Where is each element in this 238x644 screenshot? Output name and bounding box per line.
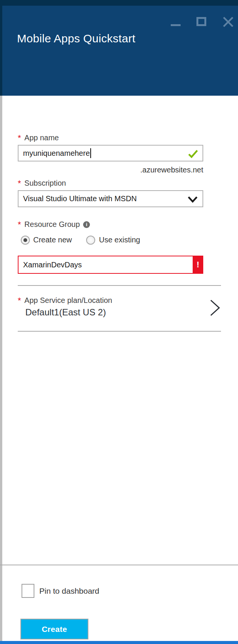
header-left-edge [0,6,2,96]
pin-to-dashboard-label[interactable]: Pin to dashboard [39,587,99,596]
minimize-icon [171,24,181,26]
subscription-label: *Subscription [18,178,66,188]
subscription-dropdown[interactable]: Visual Studio Ultimate with MSDN [18,190,203,207]
footer-divider [0,565,238,565]
body-left-edge [0,96,2,644]
blade-body [0,96,238,644]
resource-group-value: XamarinDevDays [23,261,82,269]
chevron-right-icon[interactable] [209,299,221,316]
subscription-selected-value: Visual Studio Ultimate with MSDN [23,194,137,203]
resource-group-input[interactable]: XamarinDevDays ! [18,256,203,274]
app-name-label: *App name [18,133,59,143]
required-asterisk: * [18,133,21,143]
pin-to-dashboard-checkbox[interactable] [22,584,34,598]
app-name-label-text: App name [25,133,59,142]
radio-create-new-label[interactable]: Create new [33,236,72,244]
bottom-accent-strip [0,641,238,644]
error-icon: ! [193,256,203,274]
required-asterisk: * [18,178,21,188]
app-service-plan-label: *App Service plan/Location [18,296,112,306]
app-name-value: myuniquenamehere [23,149,90,158]
divider [18,285,221,286]
minimize-button[interactable] [171,23,181,27]
required-asterisk: * [18,296,21,305]
divider [18,331,221,332]
resource-group-label: *Resource Groupi [18,220,90,230]
radio-use-existing[interactable] [86,236,95,245]
create-button[interactable]: Create [20,619,88,639]
chevron-down-icon [188,196,198,203]
close-button[interactable] [223,17,233,27]
radio-use-existing-label[interactable]: Use existing [99,236,140,244]
resource-group-label-text: Resource Group [25,220,80,228]
radio-create-new[interactable] [21,236,30,245]
info-icon[interactable]: i [83,221,90,228]
maximize-icon [196,17,206,26]
domain-suffix: .azurewebsites.net [18,166,203,174]
top-window-strip [0,0,238,6]
blade-title: Mobile Apps Quickstart [17,32,135,45]
required-asterisk: * [18,220,21,229]
valid-check-icon [188,150,198,158]
app-service-plan-label-text: App Service plan/Location [25,296,112,304]
app-name-input[interactable]: myuniquenamehere [18,145,203,161]
blade-header: Mobile Apps Quickstart [0,6,238,96]
close-icon [223,17,233,27]
app-service-plan-value: Default1(East US 2) [25,307,106,318]
radio-selected-dot [23,238,27,242]
subscription-label-text: Subscription [25,179,66,187]
text-caret [90,148,91,158]
maximize-button[interactable] [196,17,207,26]
mobile-apps-quickstart-blade: Mobile Apps Quickstart *App name myuniqu… [0,0,238,644]
